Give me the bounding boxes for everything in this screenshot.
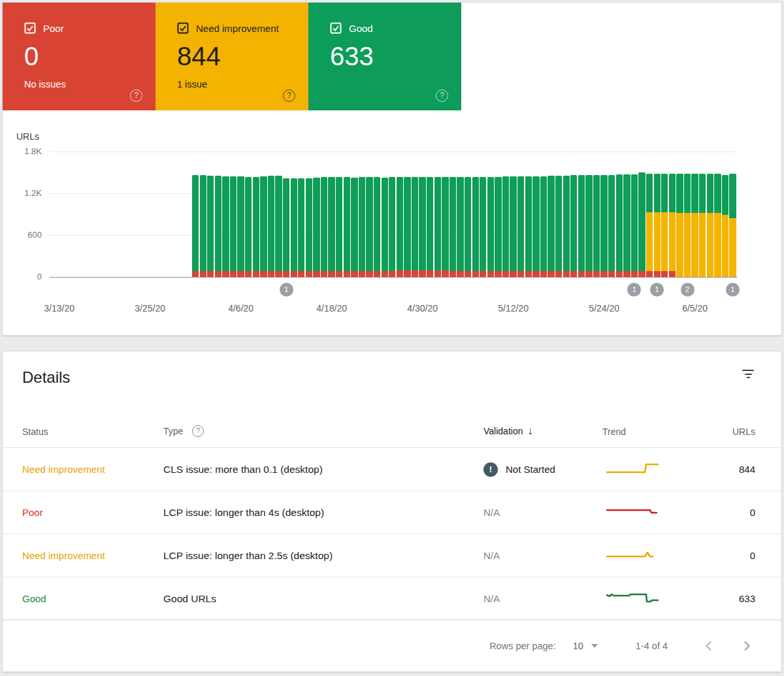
chart-bar[interactable] [200,175,206,277]
column-header-trend[interactable]: Trend [602,427,703,437]
good-segment [570,175,577,271]
table-row[interactable]: Need improvement LCP issue: longer than … [3,534,781,577]
rows-per-page-select[interactable]: 10 [573,641,598,651]
column-header-validation[interactable]: Validation ↓ [474,425,602,437]
poor-segment [540,271,547,277]
chart-bar[interactable] [669,174,676,277]
column-header-urls[interactable]: URLs [703,427,755,437]
chart-bar[interactable] [722,175,728,277]
chart-bar[interactable] [480,177,486,277]
good-segment [510,176,516,271]
table-row[interactable]: Good Good URLs ! N/A 633 [3,577,781,620]
chart-bar[interactable] [260,176,267,277]
chart-bar[interactable] [540,176,547,277]
chart-bar[interactable] [328,177,335,277]
chart-bar[interactable] [457,177,463,277]
chart-bar[interactable] [427,177,433,277]
chart-bar[interactable] [699,174,706,277]
chart-bar[interactable] [487,177,494,277]
chart-bar[interactable] [351,178,357,277]
chart-bar[interactable] [623,174,630,277]
chart-bar[interactable] [472,177,479,277]
chart-bar[interactable] [593,175,600,277]
annotation-badge[interactable]: 1 [726,283,740,297]
chart-bar[interactable] [661,174,668,277]
chart-bar[interactable] [600,175,607,277]
chart-bar[interactable] [465,177,471,277]
chart-bar[interactable] [449,177,456,277]
chart-bar[interactable] [676,174,683,277]
chart-bar[interactable] [714,174,721,277]
chart-bar[interactable] [510,176,516,277]
chart-bar[interactable] [222,176,229,277]
chart-bar[interactable] [412,177,418,277]
chart-bar[interactable] [434,177,441,277]
chart-bar[interactable] [570,175,577,277]
good-segment [487,177,494,272]
chart-bar[interactable] [638,172,645,277]
chart-bar[interactable] [442,177,448,277]
annotation-badge[interactable]: 1 [280,283,293,297]
chart-bar[interactable] [691,174,698,277]
chart-bar[interactable] [585,175,592,277]
chart-bar[interactable] [502,176,509,277]
chart-bar[interactable] [616,174,623,277]
chart-bar[interactable] [563,176,570,277]
chart-bar[interactable] [608,175,615,277]
chart-bar[interactable] [382,178,388,277]
column-header-status[interactable]: Status [22,427,163,437]
previous-page-button[interactable] [700,637,717,654]
chart-bar[interactable] [707,174,713,277]
good-segment [253,177,259,272]
filter-icon[interactable] [741,368,755,381]
chart-bar[interactable] [359,177,365,277]
chart-bar[interactable] [631,174,638,277]
table-row[interactable]: Need improvement CLS issue: more than 0.… [3,448,781,491]
chart-bar[interactable] [397,177,403,277]
chart-bar[interactable] [532,176,539,277]
chart-bar[interactable] [291,178,297,277]
chart-bar[interactable] [389,177,395,277]
chart-bar[interactable] [237,176,244,277]
annotation-badge[interactable]: 1 [627,283,641,297]
chart-bar[interactable] [525,176,532,277]
chart-bar[interactable] [517,176,524,277]
chart-bar[interactable] [283,178,289,277]
next-page-button[interactable] [738,637,755,654]
good-segment [200,175,206,272]
chart-bar[interactable] [495,177,501,277]
chart-bar[interactable] [336,177,342,277]
chart-bar[interactable] [374,177,380,277]
chart-bar[interactable] [313,178,319,277]
chart-bar[interactable] [578,175,585,277]
chart-bar[interactable] [268,176,274,277]
chart-bar[interactable] [215,176,221,277]
chart-bar[interactable] [555,176,562,277]
chart-bar[interactable] [321,177,327,277]
table-row[interactable]: Poor LCP issue: longer than 4s (desktop)… [3,491,781,534]
good-segment [525,176,532,271]
annotation-badge[interactable]: 1 [650,283,664,297]
chart-bar[interactable] [366,177,372,277]
help-icon[interactable]: ? [192,425,204,437]
chart-bar[interactable] [230,176,237,277]
chart-bar[interactable] [684,174,691,277]
chart-bar[interactable] [275,176,282,277]
chart-bar[interactable] [419,177,425,277]
chart-bar[interactable] [192,175,199,277]
chart-bar[interactable] [654,174,661,277]
chart-bar[interactable] [253,177,259,277]
chart-bar[interactable] [306,178,312,277]
chart-bar[interactable] [547,176,554,277]
chart-bar[interactable] [404,177,410,277]
chart-bar[interactable] [298,178,304,277]
annotation-badge[interactable]: 2 [681,283,694,297]
status-cell: Need improvement [22,550,163,561]
chart-bar[interactable] [207,176,214,277]
chart-bar[interactable] [646,174,653,277]
chart-bar[interactable] [245,177,252,277]
chart-bar[interactable] [344,177,350,277]
poor-segment [480,271,486,277]
chart-bar[interactable] [729,174,736,277]
column-header-type[interactable]: Type [163,426,183,436]
